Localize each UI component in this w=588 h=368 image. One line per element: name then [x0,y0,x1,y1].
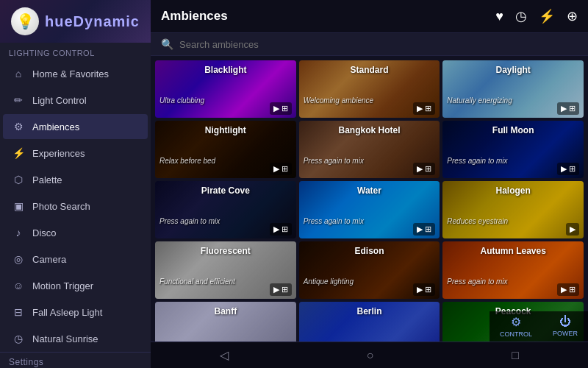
sidebar-settings-label[interactable]: Settings [0,352,151,368]
favorites-icon[interactable]: ♥ [495,9,503,24]
card-fluorescent-controls: ▶ ⊞ [270,283,292,296]
card-autumn-controls: ▶ ⊞ [557,283,579,296]
sidebar-item-light-control-label: Light Control [32,95,87,106]
sidebar-item-fall-asleep[interactable]: ⊟ Fall Asleep Light [3,300,148,325]
card-daylight-subtitle: Naturally energizing [447,96,512,105]
sidebar-item-natural-sunrise-label: Natural Sunrise [32,333,98,344]
sidebar-item-experiences-label: Experiences [32,148,85,159]
app-logo-text: hueDynamic [45,13,140,30]
card-bangkok-play[interactable]: ▶ ⊞ [413,163,435,175]
control-label: CONTROL [500,330,532,338]
sidebar-item-photo-search[interactable]: ▣ Photo Search [3,194,148,219]
card-water-controls: ▶ ⊞ [413,223,435,236]
card-halogen[interactable]: Halogen Reduces eyestrain ▶ [442,181,584,238]
card-blacklight-title: Blacklight [155,65,296,75]
card-fullmoon-title: Full Moon [442,125,584,135]
sidebar-item-ambiences[interactable]: ⚙ Ambiences [3,114,148,139]
sidebar-item-light-control[interactable]: ✏ Light Control [3,88,148,113]
card-fluorescent-play[interactable]: ▶ ⊞ [270,283,292,296]
card-fluorescent[interactable]: Fluorescent Functional and efficient ▶ ⊞ [155,241,296,299]
bottom-navigation: ◁ ○ □ [151,342,588,368]
clock-icon[interactable]: ◷ [515,8,527,24]
card-blacklight-play[interactable]: ▶ ⊞ [270,102,292,115]
control-icon: ⚙ [511,315,521,329]
card-nightlight-title: Nightlight [155,125,296,135]
sidebar-item-camera[interactable]: ◎ Camera [3,247,148,272]
flash-icon[interactable]: ⚡ [539,8,555,24]
card-standard-play[interactable]: ▶ ⊞ [413,102,435,115]
photo-search-icon: ▣ [12,199,25,213]
card-water-play[interactable]: ▶ ⊞ [413,223,435,236]
card-banff[interactable]: Banff [155,302,296,342]
logo-area: 💡 hueDynamic [0,0,151,43]
sidebar-item-motion-trigger-label: Motion Trigger [32,280,93,291]
card-bangkok-subtitle: Press again to mix [304,157,364,165]
sidebar-item-camera-label: Camera [32,254,66,265]
top-bar: Ambiences ♥ ◷ ⚡ ⊕ [151,0,588,33]
sidebar-item-photo-search-label: Photo Search [32,201,90,212]
card-halogen-play[interactable]: ▶ [566,223,579,236]
card-edison[interactable]: Edison Antique lighting ▶ ⊞ [299,241,440,299]
card-standard[interactable]: Standard Welcoming ambience ▶ ⊞ [299,60,440,118]
card-bangkok-title: Bangkok Hotel [299,125,440,135]
card-blacklight-subtitle: Ultra clubbing [159,96,204,105]
card-fluorescent-subtitle: Functional and efficient [159,277,235,286]
search-bar: 🔍 [151,33,588,56]
card-edison-play[interactable]: ▶ ⊞ [413,283,435,296]
card-standard-title: Standard [299,65,440,75]
card-blacklight[interactable]: Blacklight Ultra clubbing ▶ ⊞ [155,60,296,118]
sidebar-item-disco[interactable]: ♪ Disco [3,220,148,245]
sidebar-item-experiences[interactable]: ⚡ Experiences [3,141,148,166]
card-berlin-title: Berlin [299,306,440,316]
card-water[interactable]: Water Press again to mix ▶ ⊞ [299,181,440,238]
card-fluorescent-title: Fluorescent [155,246,296,256]
sidebar-item-disco-label: Disco [32,227,57,238]
card-daylight[interactable]: Daylight Naturally energizing ▶ ⊞ [442,60,584,118]
card-daylight-play[interactable]: ▶ ⊞ [557,102,579,115]
motion-trigger-icon: ☺ [12,279,25,292]
card-nightlight-controls: ▶ ⊞ [270,163,292,175]
card-piratecove-title: Pirate Cove [155,185,296,196]
card-banff-title: Banff [155,306,296,316]
sidebar-item-palette-label: Palette [32,174,62,185]
fall-asleep-icon: ⊟ [12,305,25,319]
card-daylight-title: Daylight [442,65,584,75]
ambiences-grid: Blacklight Ultra clubbing ▶ ⊞ Standard W… [155,60,584,342]
app-logo-icon: 💡 [11,7,39,35]
sidebar-section-label: Lighting Control [0,43,151,60]
card-bangkok[interactable]: Bangkok Hotel Press again to mix ▶ ⊞ [299,121,440,178]
card-standard-controls: ▶ ⊞ [413,102,435,115]
card-fullmoon[interactable]: Full Moon Press again to mix ▶ ⊞ [442,121,584,178]
card-nightlight[interactable]: Nightlight Relax before bed ▶ ⊞ [155,121,296,178]
sidebar-item-ambiences-label: Ambiences [32,121,79,132]
add-icon[interactable]: ⊕ [567,8,578,24]
main-content: Ambiences ♥ ◷ ⚡ ⊕ 🔍 Blacklight Ultra clu… [151,0,588,368]
sidebar-item-natural-sunrise[interactable]: ◷ Natural Sunrise [3,326,148,351]
back-button[interactable]: ◁ [205,345,243,365]
card-autumn[interactable]: Autumn Leaves Press again to mix ▶ ⊞ [442,241,584,299]
card-fullmoon-play[interactable]: ▶ ⊞ [557,163,579,175]
card-piratecove[interactable]: Pirate Cove Press again to mix ▶ ⊞ [155,181,296,238]
sidebar-item-home[interactable]: ⌂ Home & Favorites [3,61,148,86]
search-input[interactable] [179,39,578,50]
card-autumn-play[interactable]: ▶ ⊞ [557,283,579,296]
card-edison-controls: ▶ ⊞ [413,283,435,296]
card-piratecove-subtitle: Press again to mix [159,217,220,225]
ambiences-grid-area: Blacklight Ultra clubbing ▶ ⊞ Standard W… [151,56,588,342]
sidebar-item-home-label: Home & Favorites [32,68,109,79]
card-piratecove-play[interactable]: ▶ ⊞ [270,223,292,236]
experiences-icon: ⚡ [12,146,25,160]
power-button[interactable]: ⏻ POWER [542,311,588,342]
card-nightlight-play[interactable]: ▶ ⊞ [270,163,292,175]
recent-button[interactable]: □ [497,346,534,365]
palette-icon: ⬡ [12,173,25,186]
control-button[interactable]: ⚙ CONTROL [490,311,542,342]
card-water-title: Water [299,185,440,196]
sidebar-item-motion-trigger[interactable]: ☺ Motion Trigger [3,273,148,298]
sidebar-item-palette[interactable]: ⬡ Palette [3,167,148,192]
card-edison-title: Edison [299,246,440,256]
card-halogen-title: Halogen [442,185,584,196]
home-button[interactable]: ○ [352,346,389,365]
card-berlin[interactable]: Berlin [299,302,440,342]
ambiences-icon: ⚙ [12,120,25,133]
